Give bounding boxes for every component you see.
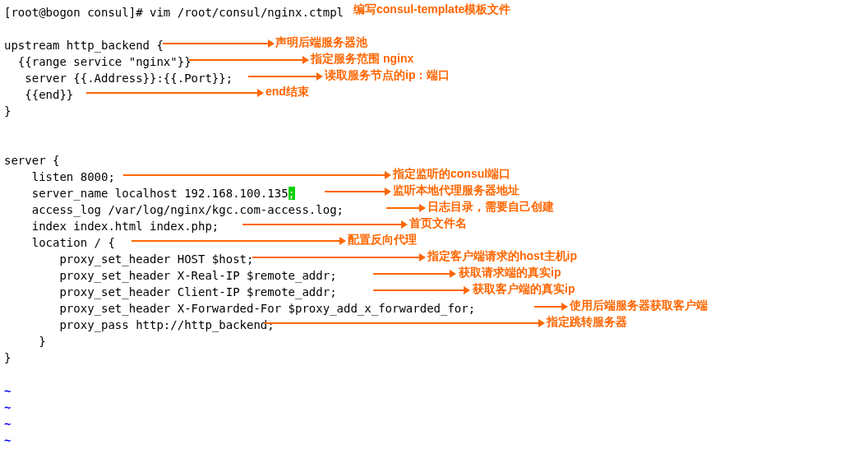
annotation: 首页文件名 (409, 216, 467, 231)
annotation: 配置反向代理 (348, 233, 417, 248)
code-line: proxy_set_header Client-IP $remote_addr; (4, 284, 868, 300)
code-line: } (4, 103, 868, 119)
cursor: ; (289, 187, 295, 200)
annotation: 指定客户端请求的host主机ip (427, 249, 577, 264)
annotation: 日志目录，需要自己创建 (427, 200, 554, 215)
vim-tilde: ~ (4, 399, 868, 415)
arrow-icon (189, 59, 304, 61)
annotation: 读取服务节点的ip：端口 (325, 68, 450, 83)
annotation: 指定监听的consul端口 (393, 167, 510, 182)
vim-tilde: ~ (4, 415, 868, 432)
arrow-icon (123, 174, 386, 176)
code-line: proxy_set_header X-Forwarded-For $proxy_… (4, 300, 868, 317)
arrow-icon (132, 240, 341, 242)
annotation: 指定跳转服务器 (547, 315, 627, 330)
annotation: end结束 (265, 85, 309, 100)
annotation: 使用后端服务器获取客户端 (570, 299, 708, 313)
code-line: location / { (4, 234, 868, 251)
code-line: {{end}} (4, 86, 868, 103)
code-line: server { (4, 152, 868, 169)
command: vim /root/consul/nginx.ctmpl (150, 6, 344, 19)
arrow-icon (163, 43, 270, 44)
code-line: } (4, 349, 868, 366)
arrow-icon (86, 92, 259, 94)
arrow-icon (325, 191, 386, 192)
vim-tilde: ~ (4, 432, 868, 448)
annotation: 指定服务范围 nginx (311, 52, 413, 67)
arrow-icon (252, 257, 421, 258)
code-line: {{range service "nginx"}} (4, 53, 868, 70)
arrow-icon (534, 306, 563, 308)
annotation: 监听本地代理服务器地址 (393, 183, 519, 198)
annotation: 声明后端服务器池 (275, 35, 367, 50)
arrow-icon (386, 207, 421, 209)
arrow-icon (265, 322, 540, 324)
vim-tilde: ~ (4, 382, 868, 399)
arrow-icon (373, 273, 451, 275)
annotation: 获取客户端的真实ip (473, 282, 575, 297)
code-line: } (4, 333, 868, 349)
annotation: 获取请求端的真实ip (459, 266, 561, 280)
shell-prompt: [root@bogon consul]# (4, 6, 150, 19)
arrow-icon (373, 289, 465, 291)
arrow-icon (248, 76, 318, 77)
annotation: 编写consul-template模板文件 (353, 2, 510, 17)
code-line: upstream http_backend { (4, 37, 868, 53)
code-line: proxy_set_header X-Real-IP $remote_addr; (4, 267, 868, 284)
arrow-icon (242, 224, 403, 225)
code-line: proxy_pass http://http_backend; (4, 317, 868, 333)
